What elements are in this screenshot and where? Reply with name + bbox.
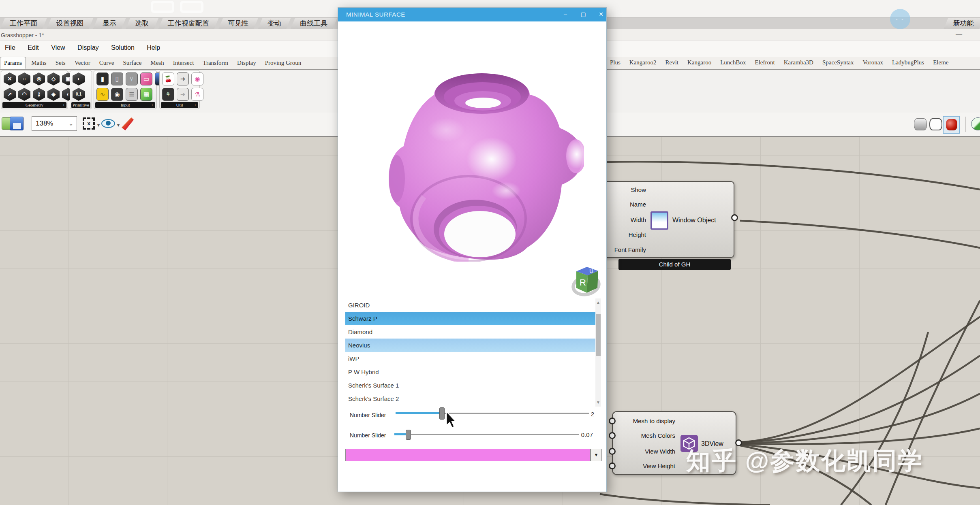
tab-params[interactable]: Params bbox=[0, 57, 26, 69]
input-font-family[interactable]: Font Family bbox=[614, 246, 646, 253]
menu-help[interactable]: Help bbox=[144, 40, 163, 55]
paintbrush-icon[interactable] bbox=[122, 117, 134, 130]
tab-visibility[interactable]: 可见性 bbox=[218, 18, 258, 30]
expand-group-icon[interactable]: + bbox=[62, 102, 65, 108]
graph-mapper-icon[interactable]: ∿ bbox=[96, 88, 109, 101]
list-item-iwp[interactable]: iWP bbox=[345, 352, 595, 365]
preview-shaded-selected[interactable] bbox=[943, 116, 960, 134]
geometry-icon[interactable]: ✕ bbox=[4, 72, 16, 85]
maximize-icon[interactable]: ▢ bbox=[578, 11, 588, 17]
node-window-object[interactable]: Show Name Width Height Font Family Windo… bbox=[594, 181, 734, 258]
input-mesh-to-display[interactable]: Mesh to display bbox=[633, 418, 675, 424]
relay-arrow-outline-icon[interactable]: ➜ bbox=[177, 88, 189, 101]
tab-transform[interactable]: 变动 bbox=[258, 18, 291, 30]
geometry-icon[interactable]: ◈ bbox=[47, 88, 60, 101]
list-item-schwarz-p[interactable]: Schwarz P bbox=[345, 312, 595, 325]
scroll-up-icon[interactable]: ▲ bbox=[595, 299, 601, 306]
input-port[interactable] bbox=[609, 432, 616, 439]
input-port[interactable] bbox=[609, 448, 616, 455]
minimize-icon[interactable]: – bbox=[560, 11, 571, 17]
preview-off-icon[interactable] bbox=[914, 118, 927, 130]
tab-surface[interactable]: Surface bbox=[120, 57, 146, 68]
tree-icon[interactable]: ⚘ bbox=[162, 88, 174, 101]
tab-proving-ground[interactable]: Proving Groun bbox=[261, 57, 305, 68]
input-view-width[interactable]: View Width bbox=[645, 448, 675, 455]
chevron-down-icon[interactable]: ⌄ bbox=[68, 117, 73, 130]
save-file-icon[interactable] bbox=[10, 117, 24, 130]
scrollbar-thumb[interactable] bbox=[596, 314, 601, 356]
flask-icon[interactable]: ⚗ bbox=[191, 88, 203, 101]
list-item-giroid[interactable]: GIROID bbox=[345, 298, 595, 312]
relay-arrow-icon[interactable]: ➜ bbox=[177, 72, 189, 85]
number-slider-icon[interactable]: ▮ bbox=[96, 72, 109, 85]
geometry-icon[interactable]: ○ bbox=[18, 72, 30, 85]
color-swatch[interactable] bbox=[345, 449, 591, 461]
primitive-icon[interactable]: ◗ bbox=[73, 72, 85, 85]
caret-down-icon[interactable]: ▾ bbox=[97, 122, 100, 128]
input-view-height[interactable]: View Height bbox=[643, 462, 675, 469]
tab-kangaroo[interactable]: Kangaroo bbox=[684, 57, 715, 68]
tab-new-features[interactable]: 新功能 bbox=[944, 18, 980, 30]
list-item-diamond[interactable]: Diamond bbox=[345, 325, 595, 339]
menu-edit[interactable]: Edit bbox=[25, 40, 41, 55]
tab-element[interactable]: Eleme bbox=[929, 57, 952, 68]
tab-voronax[interactable]: Voronax bbox=[859, 57, 887, 68]
cherry-picker-icon[interactable]: 🍒 bbox=[162, 72, 174, 85]
tab-sets[interactable]: Sets bbox=[52, 57, 69, 68]
tab-maths[interactable]: Maths bbox=[28, 57, 50, 68]
input-show[interactable]: Show bbox=[631, 186, 646, 193]
tab-set-view[interactable]: 设置视图 bbox=[46, 18, 93, 30]
close-icon[interactable]: ✕ bbox=[596, 11, 606, 17]
gradient-icon[interactable]: ▦ bbox=[140, 88, 152, 101]
panel-pink-icon[interactable]: ▭ bbox=[140, 72, 152, 85]
geometry-icon[interactable]: ↗ bbox=[4, 88, 16, 101]
swatch-dropdown-button[interactable]: ▼ bbox=[591, 449, 602, 461]
dialog-titlebar[interactable]: MINIMAL SURFACE – ▢ ✕ bbox=[338, 8, 606, 21]
geometry-icon[interactable]: ◇ bbox=[47, 72, 60, 85]
knob-icon[interactable]: ◉ bbox=[111, 88, 123, 101]
primitive-icon[interactable]: 0.1 bbox=[73, 88, 85, 101]
zoom-level-select[interactable]: 138% ⌄ bbox=[32, 116, 77, 131]
input-width[interactable]: Width bbox=[631, 216, 646, 223]
tab-cplane[interactable]: 工作平面 bbox=[0, 18, 47, 30]
tab-intersect[interactable]: Intersect bbox=[169, 57, 198, 68]
preview-quality-icon[interactable] bbox=[971, 117, 980, 130]
list-item-scherks-1[interactable]: Scherk's Surface 1 bbox=[345, 379, 595, 392]
menu-file[interactable]: File bbox=[2, 40, 18, 55]
jellyfish-icon[interactable]: ◉ bbox=[191, 72, 203, 85]
caret-down-icon[interactable]: ▾ bbox=[117, 122, 120, 128]
tab-viewport-layout[interactable]: 工作视窗配置 bbox=[158, 18, 219, 30]
preview-eye-icon[interactable] bbox=[101, 119, 115, 128]
tab-spacesyntax[interactable]: SpaceSyntax bbox=[819, 57, 857, 68]
tab-kangaroo2[interactable]: Kangaroo2 bbox=[626, 57, 660, 68]
geometry-icon[interactable]: ⚷ bbox=[33, 88, 45, 101]
input-height[interactable]: Height bbox=[629, 231, 646, 238]
tab-mesh[interactable]: Mesh bbox=[147, 57, 167, 68]
slider-thumb[interactable] bbox=[439, 407, 445, 420]
output-port[interactable] bbox=[731, 214, 738, 221]
tab-select[interactable]: 选取 bbox=[125, 18, 158, 30]
list-scrollbar[interactable]: ▲ ▼ bbox=[595, 298, 601, 407]
preview-wireframe-icon[interactable] bbox=[929, 118, 942, 130]
tab-elefront[interactable]: Elefront bbox=[751, 57, 779, 68]
tab-revit[interactable]: Revit bbox=[662, 57, 683, 68]
menu-display[interactable]: Display bbox=[75, 40, 101, 55]
tab-ladybugplus[interactable]: LadybugPlus bbox=[888, 57, 928, 68]
tab-display[interactable]: 显示 bbox=[93, 18, 126, 30]
expand-group-icon[interactable]: + bbox=[151, 102, 154, 108]
tab-transform[interactable]: Transform bbox=[199, 57, 232, 68]
expand-group-icon[interactable]: + bbox=[194, 102, 197, 108]
geometry-icon[interactable]: ◠ bbox=[18, 88, 30, 101]
tab-lunchbox[interactable]: LunchBox bbox=[717, 57, 749, 68]
scroll-down-icon[interactable]: ▼ bbox=[595, 399, 601, 406]
input-name[interactable]: Name bbox=[630, 201, 646, 208]
list-item-pw-hybrid[interactable]: P W Hybrid bbox=[345, 365, 595, 379]
tab-display-gh[interactable]: Display bbox=[233, 57, 260, 68]
slider-thumb[interactable] bbox=[406, 430, 411, 440]
tab-curve-tools[interactable]: 曲线工具 bbox=[290, 18, 337, 30]
tab-curve[interactable]: Curve bbox=[96, 57, 118, 68]
input-mesh-colors[interactable]: Mesh Colors bbox=[641, 432, 675, 439]
md-slider-icon[interactable]: ⑂ bbox=[126, 72, 138, 85]
minimize-icon[interactable]: — bbox=[956, 31, 962, 38]
toggle-icon[interactable]: ▯ bbox=[111, 72, 123, 85]
